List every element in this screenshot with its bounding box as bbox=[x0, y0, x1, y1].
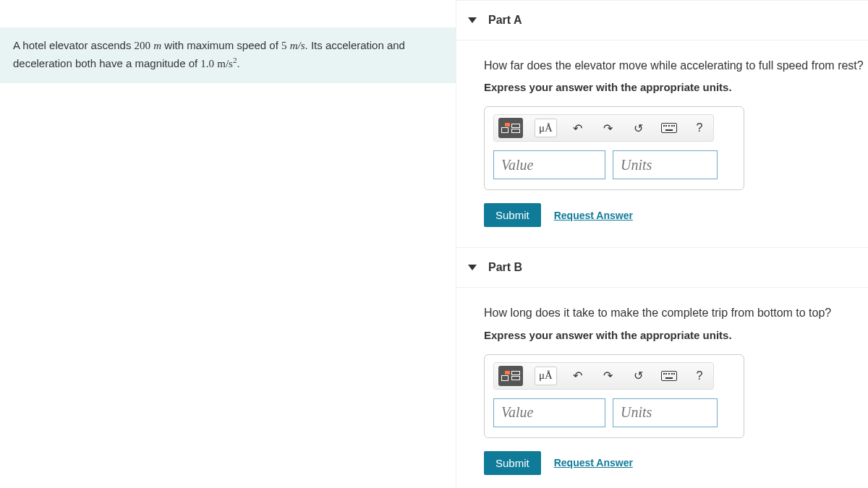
part-b-body: How long does it take to make the comple… bbox=[456, 288, 868, 488]
part-b-request-answer-link[interactable]: Request Answer bbox=[554, 457, 633, 468]
undo-icon[interactable]: ↶ bbox=[569, 367, 587, 385]
part-b-submit-button[interactable]: Submit bbox=[484, 451, 541, 475]
problem-text: with maximum speed of bbox=[161, 39, 281, 51]
part-b-value-input[interactable] bbox=[493, 398, 605, 427]
reset-icon[interactable]: ↺ bbox=[629, 119, 648, 137]
part-a-units-input[interactable] bbox=[613, 150, 718, 179]
part-a-answer-box: μÅ ↶ ↷ ↺ ? bbox=[484, 106, 744, 190]
part-a-submit-button[interactable]: Submit bbox=[484, 203, 541, 227]
speed-unit: m/s bbox=[290, 40, 305, 51]
help-icon[interactable]: ? bbox=[690, 367, 709, 385]
part-a-body: How far does the elevator move while acc… bbox=[456, 40, 868, 247]
part-a-title: Part A bbox=[488, 14, 522, 27]
distance-value: 200 bbox=[135, 40, 151, 51]
template-icon[interactable] bbox=[498, 366, 523, 386]
redo-icon[interactable]: ↷ bbox=[599, 367, 618, 385]
part-a-request-answer-link[interactable]: Request Answer bbox=[554, 210, 633, 221]
problem-statement: A hotel elevator ascends 200 m with maxi… bbox=[0, 27, 456, 83]
speed-value: 5 bbox=[281, 40, 287, 51]
template-icon[interactable] bbox=[498, 118, 523, 138]
part-b-header[interactable]: Part B bbox=[456, 247, 868, 288]
distance-unit: m bbox=[153, 40, 161, 51]
problem-text: A hotel elevator ascends bbox=[13, 39, 135, 51]
part-b-answer-box: μÅ ↶ ↷ ↺ ? bbox=[484, 354, 744, 438]
part-a-toolbar: μÅ ↶ ↷ ↺ ? bbox=[493, 114, 714, 142]
keyboard-icon[interactable] bbox=[660, 367, 678, 385]
chevron-down-icon bbox=[468, 265, 477, 270]
part-b-title: Part B bbox=[488, 261, 522, 274]
accel-unit: m/s2 bbox=[217, 58, 237, 69]
part-b-toolbar: μÅ ↶ ↷ ↺ ? bbox=[493, 362, 714, 390]
chevron-down-icon bbox=[468, 17, 477, 23]
keyboard-icon[interactable] bbox=[660, 119, 678, 137]
special-char-button[interactable]: μÅ bbox=[535, 119, 557, 137]
reset-icon[interactable]: ↺ bbox=[629, 367, 648, 385]
part-a-instruction: Express your answer with the appropriate… bbox=[484, 81, 868, 93]
part-b-question: How long does it take to make the comple… bbox=[484, 305, 868, 321]
redo-icon[interactable]: ↷ bbox=[599, 119, 618, 137]
part-b-units-input[interactable] bbox=[613, 398, 718, 427]
part-a-question: How far does the elevator move while acc… bbox=[484, 58, 868, 74]
part-b-instruction: Express your answer with the appropriate… bbox=[484, 329, 868, 341]
problem-text: . bbox=[237, 57, 240, 69]
undo-icon[interactable]: ↶ bbox=[569, 119, 587, 137]
part-a-value-input[interactable] bbox=[493, 150, 605, 179]
special-char-button[interactable]: μÅ bbox=[535, 367, 557, 385]
accel-value: 1.0 bbox=[200, 58, 214, 69]
help-icon[interactable]: ? bbox=[690, 119, 709, 137]
part-a-header[interactable]: Part A bbox=[456, 0, 868, 40]
